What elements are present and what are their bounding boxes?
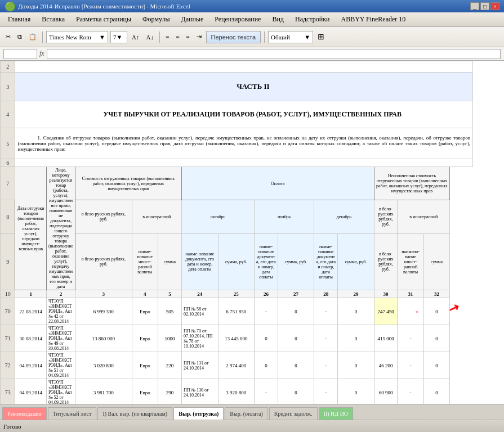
tab-recommendations[interactable]: Рекомендации [2,407,47,420]
wrap-text-button[interactable]: Перенос текста [206,31,261,43]
cell-71-nov-doc[interactable]: 0 [255,325,278,352]
formula-input[interactable] [47,49,501,59]
cell-71-unpaid-bel[interactable]: 415 000 [374,325,398,352]
menu-view[interactable]: Вид [266,14,289,25]
cell-72-oct-amt[interactable]: 2 974 400 [218,352,254,379]
cell-71-oct-doc[interactable]: ПП № 70 от 07.10.2014, ПП № 78 от 10.10.… [181,325,218,352]
cell-70-oct-amt[interactable]: 6 751 850 [218,298,254,325]
font-selector[interactable]: Times New Rom ▼ [46,31,108,43]
align-right-button[interactable]: ≡ [184,31,191,43]
cell-71-unpaid-cur[interactable]: - [398,325,423,352]
close-button[interactable]: × [490,2,499,10]
cell-71-oct-amt[interactable]: 13 445 000 [218,325,254,352]
tab-title-page[interactable]: Титульный лист [48,407,97,420]
font-increase-button[interactable]: A↑ [130,31,141,43]
cell-73-unpaid-sum[interactable]: 0 [423,379,449,404]
cell-71-amount[interactable]: 1000 [158,325,182,352]
number-format-dropdown-icon[interactable]: ▼ [304,34,310,40]
cell-70-cur[interactable]: Евро [132,298,158,325]
cell-70-nov-amt[interactable]: 0 [278,298,314,325]
paste-button[interactable]: 📋 [26,31,39,43]
menu-review[interactable]: Рецензирование [209,14,266,25]
cell-72-cost[interactable]: 3 020 800 [75,352,132,379]
tab-nd-io[interactable]: II) НД ИО [319,407,353,420]
cell-73-dec-amt[interactable]: 0 [338,379,374,404]
indent-button[interactable]: ⇥ [194,31,204,43]
cell-70-date[interactable]: 22.08.2014 [15,298,47,325]
cell-70-nov-doc[interactable]: - [255,298,278,325]
tab-shipment[interactable]: Выр. (отгрузка) [173,407,224,420]
menu-formulas[interactable]: Формулы [137,14,175,25]
minimize-button[interactable]: _ [470,2,479,10]
tab-quarterly[interactable]: I) Вал. выр. (по кварталам) [97,407,172,420]
cell-73-oct-amt[interactable]: 3 920 800 [218,379,254,404]
menu-data[interactable]: Данные [176,14,209,25]
maximize-button[interactable]: □ [480,2,489,10]
cell-70-dec-amt[interactable]: 0 [338,298,374,325]
cell-71-dec-amt[interactable]: 0 [338,325,374,352]
cell-73-unpaid-cur[interactable]: - [398,379,423,404]
cell-71-dec-doc[interactable]: - [314,325,338,352]
cell-71-date[interactable]: 30.08.2014 [15,325,47,352]
number-format-selector[interactable]: Общий ▼ [268,31,313,43]
menu-page-layout[interactable]: Разметка страницы [70,14,137,25]
main-content[interactable]: 2 3 ЧАСТЬ II 4 УЧЕТ ВЫРУЧКИ ОТ РЕАЛИЗАЦИ… [0,61,504,404]
row-num-2: 2 [1,61,15,73]
menu-addins[interactable]: Надстройки [289,14,336,25]
cell-72-amount[interactable]: 220 [158,352,182,379]
font-dropdown-icon[interactable]: ▼ [99,34,105,40]
cell-72-dec-doc[interactable]: - [314,352,338,379]
font-size-selector[interactable]: 7 ▼ [110,31,127,43]
cell-70-unpaid-cur[interactable]: - [398,298,423,325]
cell-71-nov-amt[interactable]: 0 [278,325,314,352]
copy-button[interactable]: ⧉ [15,31,24,43]
formula-bar: fx [0,47,504,61]
cell-73-date[interactable]: 04.09.2014 [15,379,47,404]
cell-71-unpaid-sum[interactable]: 0 [423,325,449,352]
font-decrease-button[interactable]: A↓ [144,31,155,43]
conditional-format-button[interactable]: ⊞ [315,31,327,43]
size-dropdown-icon[interactable]: ▼ [117,34,123,40]
tab-payment[interactable]: Выр. (оплата) [225,407,268,420]
cell-72-entity[interactable]: ЧТЭУП «ЗИМЭКСТРЭЙД», Акт № 51 от 04.09.2… [46,352,75,379]
cell-73-cost[interactable]: 3 981 700 [75,379,132,404]
cell-72-nov-doc[interactable]: 0 [255,352,278,379]
cell-73-nov-amt[interactable]: 0 [278,379,314,404]
cell-70-amount[interactable]: 505 [158,298,182,325]
menu-home[interactable]: Главная [2,14,36,25]
cell-70-oct-doc[interactable]: ПП № 58 от 02.10.2014 [181,298,218,325]
tab-credit[interactable]: Кредит. задолж. [269,407,318,420]
cell-72-date[interactable]: 04.09.2014 [15,352,47,379]
cell-71-cost[interactable]: 13 860 000 [75,325,132,352]
header-dec-doc: наиме-нование документа, его дата и номе… [314,233,338,290]
cell-70-cost[interactable]: 6 999 300 [75,298,132,325]
cell-70-entity[interactable]: ЧТЭУП «ЗИМЭКСТРЭЙД», Акт № 42 от 22.08.2… [46,298,75,325]
cell-72-oct-doc[interactable]: ПП № 131 от 24.10.2014 [181,352,218,379]
cell-73-nov-doc[interactable]: - [255,379,278,404]
menu-abbyy[interactable]: ABBYY FineReader 10 [335,14,411,25]
cell-reference[interactable] [3,49,37,59]
row-num-3: 3 [1,73,15,101]
cell-73-entity[interactable]: ЧТЭУП «ЗИМЭКСТРЭЙД», Акт № 52 от 04.09.2… [46,379,75,404]
cell-73-oct-doc[interactable]: ПП № 130 от 24.10.2014 [181,379,218,404]
cell-71-entity[interactable]: ЧТЭУП «ЗИМЭКСТРЭЙД», Акт № 49 от 30.08.2… [46,325,75,352]
cell-73-cur[interactable]: Евро [132,379,158,404]
cell-73-unpaid-bel[interactable]: 60 900 [374,379,398,404]
cell-72-unpaid-bel[interactable]: 46 200 [374,352,398,379]
align-center-button[interactable]: ≡ [173,31,181,43]
cell-71-cur[interactable]: Евро [132,325,158,352]
cell-72-unpaid-sum[interactable]: 0 [423,352,449,379]
cell-70-unpaid-sum[interactable]: 0 [423,298,449,325]
toolbar-separator-2 [159,32,160,43]
cell-70-dec-doc[interactable]: - [314,298,338,325]
cell-72-nov-amt[interactable]: 0 [278,352,314,379]
align-left-button[interactable]: ≡ [163,31,171,43]
cell-72-unpaid-cur[interactable]: - [398,352,423,379]
cell-73-amount[interactable]: 290 [158,379,182,404]
menu-insert[interactable]: Вставка [36,14,70,25]
cell-72-cur[interactable]: Евро [132,352,158,379]
cell-72-dec-amt[interactable]: 0 [338,352,374,379]
cell-73-dec-doc[interactable]: - [314,379,338,404]
cell-70-unpaid-bel[interactable]: 247 450 [374,298,398,325]
cut-button[interactable]: ✂ [3,31,13,43]
